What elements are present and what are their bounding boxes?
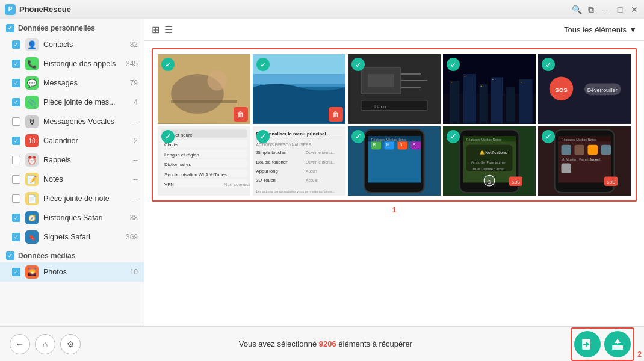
photo-2-trash[interactable]: 🗑	[329, 107, 343, 122]
photo-cell-4[interactable]: ✓	[443, 54, 536, 124]
export-to-computer-button[interactable]	[604, 331, 631, 357]
messages-checkbox[interactable]: ✓	[12, 79, 20, 87]
svg-rect-96	[562, 163, 572, 173]
list-view-button[interactable]: ☰	[164, 24, 173, 35]
sidebar-item-voicemail[interactable]: 🎙 Messageries Vocales --	[0, 112, 144, 131]
photo-cell-10[interactable]: Réglages Médias Notes M. Muette Faire to…	[538, 126, 631, 196]
safari-hist-checkbox[interactable]: ✓	[12, 214, 20, 222]
photo-cell-2[interactable]: ✓ 🗑	[253, 54, 345, 124]
svg-text:Ouvrir le menu...: Ouvrir le menu...	[306, 150, 335, 155]
voicemail-label: Messageries Vocales	[43, 117, 119, 126]
voicemail-count: --	[123, 117, 138, 126]
svg-rect-26	[492, 79, 493, 80]
svg-rect-19	[480, 84, 488, 124]
svg-text:Synchronisation WLAN iTunes: Synchronisation WLAN iTunes	[164, 171, 227, 177]
group-personal-checkbox[interactable]: ✓	[6, 24, 14, 32]
photo-2-check: ✓	[256, 58, 270, 71]
recover-to-device-button[interactable]	[574, 331, 601, 357]
sidebar-item-messages[interactable]: ✓ 💬 Messages 79	[0, 73, 144, 93]
sidebar-item-photos[interactable]: ✓ 🌄 Photos 10	[0, 262, 144, 282]
svg-rect-17	[450, 81, 460, 124]
grid-view-button[interactable]: ⊞	[152, 24, 159, 35]
minimize-button[interactable]: ─	[601, 5, 610, 14]
home-button[interactable]: ⌂	[35, 334, 55, 354]
group-media-label: Données médias	[18, 251, 75, 260]
reminders-checkbox[interactable]	[12, 156, 20, 164]
photo-10-check: ✓	[542, 130, 555, 143]
sidebar-item-reminders[interactable]: ⏰ Rappels --	[0, 150, 144, 170]
sidebar-group-media: ✓ Données médias	[0, 247, 144, 262]
photo-cell-8[interactable]: R M N S Réglages Médias Notes ✓	[348, 126, 441, 196]
title-bar-controls: 🔍 ⧉ ─ □ ✕	[572, 5, 639, 14]
sidebar-item-safari-hist[interactable]: ✓ 🧭 Historiques Safari 38	[0, 208, 144, 227]
photo-4-check: ✓	[447, 58, 460, 71]
svg-text:SOS: SOS	[555, 87, 568, 93]
svg-rect-22	[519, 79, 533, 124]
photo-cell-6[interactable]: Date et heure Clavier Langue et région D…	[158, 126, 250, 196]
svg-text:Non connecté: Non connecté	[224, 182, 250, 187]
sidebar-item-call-history[interactable]: ✓ 📞 Historique des appels 345	[0, 54, 144, 73]
photo-7-check: ✓	[256, 130, 270, 143]
svg-rect-20	[491, 78, 503, 124]
settings-button[interactable]: ⚙	[60, 334, 81, 354]
recover-icon	[580, 337, 595, 351]
svg-text:Accueil: Accueil	[590, 158, 601, 161]
safari-book-checkbox[interactable]: ✓	[12, 233, 20, 241]
call-history-checkbox[interactable]: ✓	[12, 60, 20, 68]
group-media-checkbox[interactable]: ✓	[6, 251, 14, 260]
maximize-button[interactable]: □	[615, 5, 625, 14]
search-button[interactable]: 🔍	[572, 5, 581, 14]
notes-checkbox[interactable]	[12, 175, 20, 184]
phone-icon: 📞	[25, 57, 39, 70]
call-history-label: Historique des appels	[43, 60, 119, 68]
notes-label: Notes	[43, 175, 119, 184]
photo-cell-3[interactable]: Li-Ion ✓	[348, 54, 441, 124]
main-layout: ✓ Données personnelles ✓ 👤 Contacts 82 ✓…	[0, 19, 644, 326]
sidebar-item-notes[interactable]: 📝 Notes --	[0, 170, 144, 189]
app-logo: P PhoneRescue	[5, 4, 71, 15]
photo-cell-1[interactable]: ✓ 🗑	[158, 54, 250, 124]
safari-book-count: 369	[123, 233, 138, 241]
notes-count: --	[123, 175, 138, 184]
bottom-bar: ← ⌂ ⚙ Vous avez sélectionné 9206 élément…	[0, 326, 644, 361]
calendar-checkbox[interactable]: ✓	[12, 137, 20, 145]
svg-text:Réglages   Médias   Notes: Réglages Médias Notes	[371, 138, 407, 141]
sidebar-item-safari-book[interactable]: ✓ 🔖 Signets Safari 369	[0, 227, 144, 247]
photo-cell-9[interactable]: Réglages Médias Notes 🔔 Notifications Ve…	[443, 126, 536, 196]
svg-text:Simple toucher: Simple toucher	[256, 150, 288, 155]
reminders-icon: ⏰	[25, 153, 39, 167]
svg-text:🔔 Notifications: 🔔 Notifications	[480, 150, 507, 155]
close-button[interactable]: ✕	[630, 5, 639, 14]
svg-rect-91	[562, 144, 572, 154]
safari-hist-label: Historiques Safari	[43, 214, 119, 222]
status-count: 9206	[319, 339, 336, 348]
filter-dropdown[interactable]: Tous les éléments ▼	[564, 25, 637, 34]
attachments-checkbox[interactable]: ✓	[12, 98, 20, 106]
contacts-checkbox[interactable]: ✓	[12, 40, 20, 49]
svg-text:Appui long: Appui long	[256, 168, 278, 174]
svg-rect-9	[368, 74, 394, 87]
messages-label: Messages	[43, 79, 119, 87]
sidebar-item-calendar[interactable]: ✓ 10 Calendrier 2	[0, 131, 144, 150]
svg-rect-92	[575, 144, 585, 154]
restore-button[interactable]: ⧉	[586, 5, 596, 14]
photo-1-check: ✓	[161, 58, 175, 71]
photo-9-check: ✓	[447, 130, 460, 143]
back-button[interactable]: ←	[10, 334, 30, 354]
note-attach-checkbox[interactable]	[12, 194, 20, 203]
sidebar-item-contacts[interactable]: ✓ 👤 Contacts 82	[0, 35, 144, 54]
sidebar-item-attachments[interactable]: ✓ 📎 Pièce jointe de mes... 4	[0, 93, 144, 112]
svg-text:Ouvrir le menu...: Ouvrir le menu...	[306, 159, 335, 164]
sidebar-item-note-attach[interactable]: 📄 Pièce jointe de note --	[0, 189, 144, 208]
photo-cell-7[interactable]: Personnaliser le menu principal... ACTIO…	[253, 126, 345, 196]
app-title: PhoneRescue	[19, 5, 71, 14]
export-button-wrapper	[604, 331, 631, 357]
photo-1-trash[interactable]: 🗑	[234, 107, 248, 122]
svg-text:Déverrouiller: Déverrouiller	[587, 87, 618, 93]
photos-checkbox[interactable]: ✓	[12, 268, 20, 276]
voicemail-checkbox[interactable]	[12, 117, 20, 126]
photo-cell-5[interactable]: SOS Déverrouiller ✓	[538, 54, 631, 124]
svg-rect-25	[481, 86, 482, 87]
photo-5-check: ✓	[542, 58, 555, 71]
reminders-count: --	[123, 156, 138, 164]
